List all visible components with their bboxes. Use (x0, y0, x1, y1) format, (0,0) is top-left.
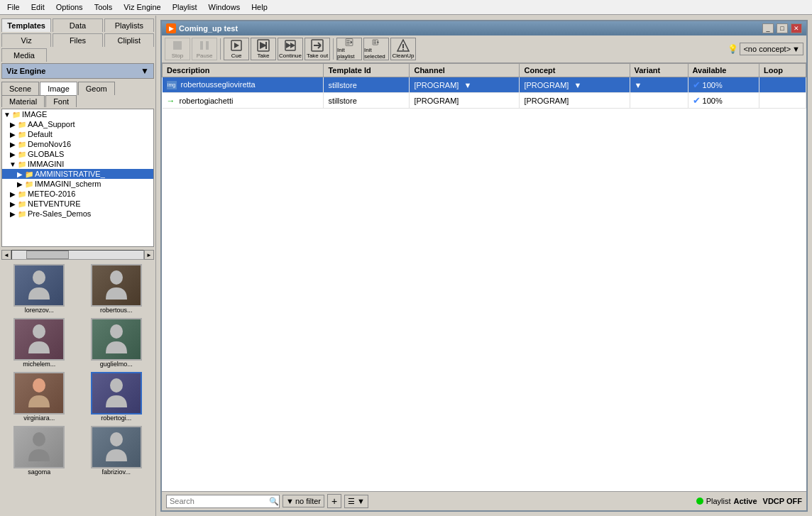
thumb-label-guglielmo: guglielmo... (100, 361, 133, 368)
horizontal-scrollbar[interactable]: ◄ ► (0, 248, 155, 261)
cell-description-2: → robertogiachetti (163, 93, 324, 109)
col-available: Available (688, 64, 759, 77)
tab-viz[interactable]: Viz (1, 33, 51, 47)
material-tabs: Material Font (0, 95, 155, 107)
concept-dropdown-1[interactable]: ▼ (574, 81, 581, 89)
tree-item-default[interactable]: ▶ 📁 Default (2, 129, 153, 139)
svg-point-3 (110, 324, 123, 339)
tab-media[interactable]: Media (1, 48, 47, 62)
cue-icon (230, 39, 243, 52)
thumb-guglielmo[interactable]: guglielmo... (80, 318, 153, 368)
col-channel: Channel (410, 64, 520, 77)
tab-material[interactable]: Material (1, 95, 45, 107)
svg-rect-10 (206, 41, 209, 50)
active-indicator (696, 498, 703, 505)
tree-item-demonov16[interactable]: ▶ 📁 DemoNov16 (2, 139, 153, 149)
scroll-thumb[interactable] (26, 251, 69, 259)
cell-description-1: img robertousseglioviretta (163, 77, 324, 93)
takeout-button[interactable]: Take out (304, 38, 330, 60)
tab-scene[interactable]: Scene (1, 82, 39, 95)
menu-windows[interactable]: Windows (204, 1, 245, 13)
table-container[interactable]: Description Template Id Channel Concept … (162, 63, 806, 491)
tab-font[interactable]: Font (45, 95, 77, 107)
tree-item-aaa[interactable]: ▶ 📁 AAA_Support (2, 119, 153, 129)
table-row[interactable]: → robertogiachetti stillstore [PROGRAM] … (163, 93, 806, 109)
stop-button[interactable]: Stop (165, 38, 190, 60)
window-minimize-btn[interactable]: _ (762, 23, 774, 33)
viz-engine-dropdown-arrow[interactable]: ▼ (141, 66, 149, 76)
thumb-robertogi[interactable]: robertogi... (80, 372, 153, 422)
window-icon: ▶ (166, 23, 176, 33)
pause-button[interactable]: Pause (192, 38, 217, 60)
tree-item-immagini-scherm[interactable]: ▶ 📁 IMMAGINI_scherm (2, 179, 153, 189)
window-title: Coming_up test (179, 24, 759, 33)
search-input[interactable] (170, 497, 268, 505)
initselected-button[interactable]: Init selected (363, 38, 389, 60)
menu-help[interactable]: Help (247, 1, 272, 13)
tab-cliplist[interactable]: Cliplist (104, 33, 154, 47)
list-options-button[interactable]: ☰ ▼ (344, 495, 368, 508)
take-icon (257, 39, 270, 52)
thumb-lorenzov[interactable]: lorenzov... (3, 264, 76, 314)
tree-item-image[interactable]: ▼ 📁 IMAGE (2, 109, 153, 119)
col-concept: Concept (520, 64, 630, 77)
scroll-track[interactable] (11, 250, 144, 260)
table-row[interactable]: img robertousseglioviretta stillstore [P… (163, 77, 806, 93)
tree-item-globals[interactable]: ▶ 📁 GLOBALS (2, 149, 153, 159)
cleanup-icon (397, 39, 410, 52)
tree-item-meteo[interactable]: ▶ 📁 METEO-2016 (2, 189, 153, 199)
initplaylist-button[interactable]: Init playlist (336, 38, 362, 60)
tree-item-immagini[interactable]: ▼ 📁 IMMAGINI (2, 159, 153, 169)
add-row-button[interactable]: + (327, 494, 341, 508)
svg-marker-27 (351, 40, 352, 44)
cell-templateid-1: stillstore (324, 77, 410, 93)
menu-options[interactable]: Options (52, 1, 87, 13)
tab-geom[interactable]: Geom (78, 82, 115, 95)
tree-item-presales[interactable]: ▶ 📁 Pre-Sales_Demos (2, 209, 153, 219)
menu-playlist[interactable]: Playlist (168, 1, 202, 13)
pause-icon (198, 39, 211, 52)
channel-dropdown-1[interactable]: ▼ (463, 81, 471, 89)
filter-button[interactable]: ▼ no filter (282, 495, 324, 507)
cue-button[interactable]: Cue (224, 38, 249, 60)
window-maximize-btn[interactable]: □ (777, 23, 788, 33)
take-button[interactable]: Take (251, 38, 276, 60)
thumb-fabriziov[interactable]: fabriziov... (80, 426, 153, 476)
thumb-img-virginiara (13, 372, 65, 415)
thumbnails-area: lorenzov... robertous... michelem... (0, 261, 155, 478)
check-icon-1: ✔ (693, 79, 701, 90)
cleanup-button[interactable]: CleanUp (390, 38, 416, 60)
menu-vizengine[interactable]: Viz Engine (119, 1, 165, 13)
tab-image[interactable]: Image (40, 82, 77, 95)
viz-engine-header[interactable]: Viz Engine ▼ (1, 63, 154, 79)
scroll-right-btn[interactable]: ► (144, 250, 154, 260)
playlist-label: Playlist (706, 497, 731, 505)
tab-data[interactable]: Data (53, 18, 102, 32)
bulb-icon: 💡 (728, 44, 738, 54)
concept-dropdown-arrow: ▼ (792, 45, 800, 53)
window-close-btn[interactable]: ✕ (791, 23, 802, 33)
tree-area[interactable]: ▼ 📁 IMAGE ▶ 📁 AAA_Support ▶ 📁 Default ▶ … (1, 109, 154, 247)
menu-file[interactable]: File (3, 1, 24, 13)
tab-files[interactable]: Files (53, 33, 102, 47)
playlist-table: Description Template Id Channel Concept … (162, 63, 806, 109)
tree-item-netventure[interactable]: ▶ 📁 NETVENTURE (2, 199, 153, 209)
thumb-virginiara[interactable]: virginiara... (3, 372, 76, 422)
continue-button[interactable]: Continue (278, 38, 303, 60)
thumb-img-fabriziov (91, 426, 142, 468)
thumb-img-sagoma (13, 426, 65, 468)
thumb-sagoma[interactable]: sagoma (3, 426, 76, 476)
menu-tools[interactable]: Tools (90, 1, 117, 13)
cell-loop-2 (759, 93, 806, 109)
thumb-michelem[interactable]: michelem... (3, 318, 76, 368)
tab-playlists[interactable]: Playlists (104, 18, 154, 32)
thumb-robertous[interactable]: robertous... (80, 264, 153, 314)
scroll-left-btn[interactable]: ◄ (1, 250, 11, 260)
menu-edit[interactable]: Edit (27, 1, 49, 13)
tree-item-amministrative[interactable]: ▶ 📁 AMMINISTRATIVE_ (2, 169, 153, 179)
takeout-icon (311, 39, 324, 52)
tab-templates[interactable]: Templates (1, 18, 51, 32)
concept-dropdown[interactable]: <no concept> ▼ (740, 43, 803, 55)
variant-dropdown-1[interactable]: ▼ (635, 81, 642, 89)
main-window: ▶ Coming_up test _ □ ✕ Stop Pause (160, 20, 808, 512)
